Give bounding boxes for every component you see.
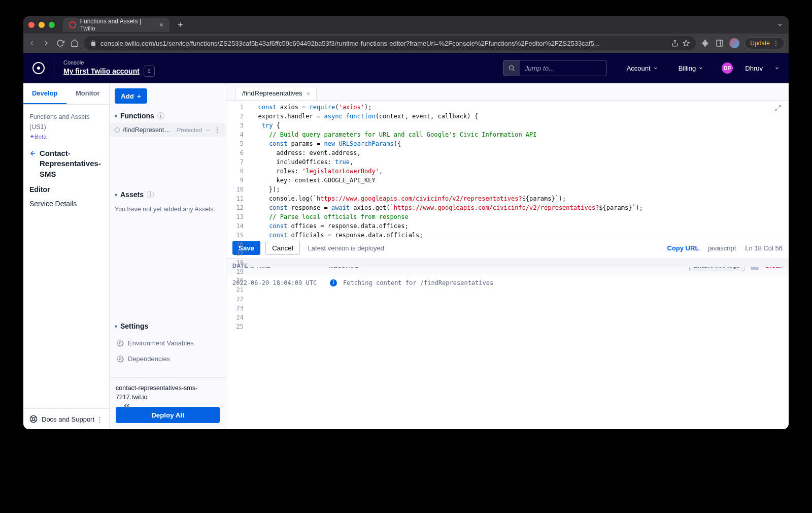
assets-empty-text: You have not yet added any Assets. bbox=[110, 202, 226, 217]
user-avatar[interactable]: DP bbox=[722, 62, 733, 74]
twilio-logo-icon[interactable] bbox=[32, 62, 45, 74]
chevron-down-icon[interactable] bbox=[205, 127, 211, 133]
language-label: javascript bbox=[708, 244, 736, 252]
log-row: 2022-06-20 18:04:09 UTC i Fetching conte… bbox=[226, 273, 789, 293]
collapse-panel-icon[interactable] bbox=[122, 401, 131, 424]
window-controls bbox=[28, 22, 55, 28]
editor-column: /findRepresentatives ● 12345678910111213… bbox=[226, 83, 789, 429]
info-icon[interactable]: i bbox=[147, 191, 154, 198]
nav-back-icon[interactable] bbox=[27, 39, 37, 48]
header-divider bbox=[54, 59, 54, 77]
side-panel-icon[interactable] bbox=[715, 39, 724, 48]
browser-menu-icon[interactable]: ⋮ bbox=[773, 40, 779, 47]
file-tab-findrepresentatives[interactable]: /findRepresentatives ● bbox=[235, 86, 317, 100]
info-icon: i bbox=[330, 279, 337, 286]
workspace: Develop Monitor Functions and Assets (US… bbox=[23, 83, 789, 429]
lock-icon bbox=[90, 40, 96, 46]
app-header: Console My first Twilio account Account … bbox=[23, 53, 789, 83]
browser-tab[interactable]: Functions and Assets | Twilio × bbox=[63, 18, 170, 32]
billing-menu[interactable]: Billing bbox=[679, 65, 704, 72]
search-input[interactable] bbox=[520, 65, 606, 72]
docs-support-link[interactable]: Docs and Support bbox=[29, 415, 94, 423]
lifesaver-icon bbox=[29, 415, 38, 423]
svg-point-4 bbox=[509, 66, 513, 70]
service-breadcrumb[interactable]: Contact-Representatives-SMS bbox=[29, 148, 103, 179]
function-item[interactable]: /findRepresent… Protected ⋮ bbox=[110, 123, 226, 137]
expand-tabs-icon[interactable] bbox=[776, 21, 784, 28]
plus-icon: + bbox=[137, 92, 141, 100]
twilio-console-app: Console My first Twilio account Account … bbox=[23, 53, 789, 429]
functions-section-header[interactable]: ▾ Functions i bbox=[110, 109, 226, 123]
svg-point-13 bbox=[119, 342, 121, 344]
breadcrumb-parent[interactable]: Functions and Assets (US1) bbox=[29, 112, 103, 132]
minimize-window-button[interactable] bbox=[39, 22, 45, 28]
kebab-menu-icon[interactable]: ⋮ bbox=[214, 126, 221, 134]
profile-avatar-icon[interactable] bbox=[729, 38, 739, 48]
assets-section-header[interactable]: ▾ Assets i bbox=[110, 187, 226, 202]
share-icon[interactable] bbox=[671, 40, 679, 47]
logs-empty-space bbox=[226, 293, 789, 430]
service-name: Contact-Representatives-SMS bbox=[40, 148, 103, 179]
cursor-position: Ln 18 Col 56 bbox=[745, 244, 783, 252]
svg-line-9 bbox=[31, 416, 32, 418]
nav-body: Functions and Assets (US1) ✦Beta Contact… bbox=[23, 105, 109, 408]
svg-line-5 bbox=[513, 70, 514, 71]
bookmark-star-icon[interactable] bbox=[683, 40, 690, 47]
browser-toolbar: console.twilio.com/us1/service/functions… bbox=[23, 34, 789, 53]
tab-develop[interactable]: Develop bbox=[23, 83, 66, 104]
code-content[interactable]: const axios = require('axios'); exports.… bbox=[247, 101, 789, 238]
left-nav: Develop Monitor Functions and Assets (US… bbox=[23, 83, 110, 429]
nav-tabs: Develop Monitor bbox=[23, 83, 109, 105]
dirty-indicator-icon: ● bbox=[307, 89, 311, 97]
gear-icon bbox=[117, 340, 124, 347]
extensions-icon[interactable] bbox=[701, 39, 710, 48]
svg-rect-2 bbox=[717, 40, 723, 46]
account-menu[interactable]: Account bbox=[627, 65, 658, 72]
account-switcher-icon[interactable] bbox=[144, 66, 155, 77]
account-block: Console My first Twilio account bbox=[63, 59, 155, 77]
settings-section-header[interactable]: ▾ Settings bbox=[110, 319, 226, 333]
log-message: Fetching content for /findRepresentative… bbox=[343, 278, 493, 287]
user-menu-chevron-icon[interactable] bbox=[774, 66, 780, 71]
nav-footer: Docs and Support ⋮ bbox=[23, 408, 109, 429]
copy-url-link[interactable]: Copy URL bbox=[667, 244, 699, 252]
home-icon[interactable] bbox=[70, 39, 79, 48]
function-name: /findRepresent… bbox=[123, 126, 174, 134]
deploy-status-text: Latest version is deployed bbox=[308, 244, 384, 252]
code-editor[interactable]: 1234567891011121314151617181920212223242… bbox=[226, 101, 789, 238]
twilio-favicon-icon bbox=[69, 21, 76, 28]
editor-action-bar: Save Cancel Latest version is deployed C… bbox=[226, 238, 789, 258]
status-dot-icon bbox=[115, 127, 120, 133]
back-arrow-icon bbox=[29, 150, 37, 157]
reload-icon[interactable] bbox=[56, 39, 65, 48]
new-tab-button[interactable]: + bbox=[174, 20, 187, 30]
service-url: contact-representatives-sms-7217.twil.io bbox=[116, 384, 220, 402]
svg-line-11 bbox=[35, 416, 36, 418]
svg-marker-1 bbox=[683, 40, 689, 46]
address-bar[interactable]: console.twilio.com/us1/service/functions… bbox=[84, 36, 696, 50]
function-visibility: Protected bbox=[177, 127, 202, 133]
search-icon[interactable] bbox=[503, 60, 520, 76]
close-window-button[interactable] bbox=[28, 22, 35, 28]
line-number-gutter: 1234567891011121314151617181920212223242… bbox=[226, 101, 247, 238]
chevron-down-icon: ▾ bbox=[115, 113, 117, 119]
active-line-highlight bbox=[247, 258, 789, 267]
info-icon[interactable]: i bbox=[157, 112, 164, 119]
close-tab-icon[interactable]: × bbox=[159, 21, 163, 29]
nav-item-editor[interactable]: Editor bbox=[29, 185, 103, 194]
maximize-window-button[interactable] bbox=[49, 22, 55, 28]
kebab-menu-icon[interactable]: ⋮ bbox=[96, 415, 103, 423]
add-button[interactable]: Add+ bbox=[115, 88, 147, 104]
jump-to-search[interactable] bbox=[503, 60, 606, 76]
nav-forward-icon[interactable] bbox=[42, 39, 51, 48]
nav-item-service-details[interactable]: Service Details bbox=[29, 200, 103, 208]
update-button[interactable]: Update ⋮ bbox=[745, 37, 785, 49]
settings-dependencies[interactable]: Dependencies bbox=[110, 351, 226, 367]
cancel-button[interactable]: Cancel bbox=[265, 241, 300, 255]
settings-env-vars[interactable]: Environment Variables bbox=[110, 335, 226, 351]
account-name-link[interactable]: My first Twilio account bbox=[63, 67, 140, 75]
sparkle-icon: ✦ bbox=[29, 134, 35, 140]
tab-monitor[interactable]: Monitor bbox=[66, 83, 110, 104]
chevron-down-icon: ▾ bbox=[115, 324, 117, 329]
log-timestamp: 2022-06-20 18:04:09 UTC bbox=[232, 278, 324, 287]
